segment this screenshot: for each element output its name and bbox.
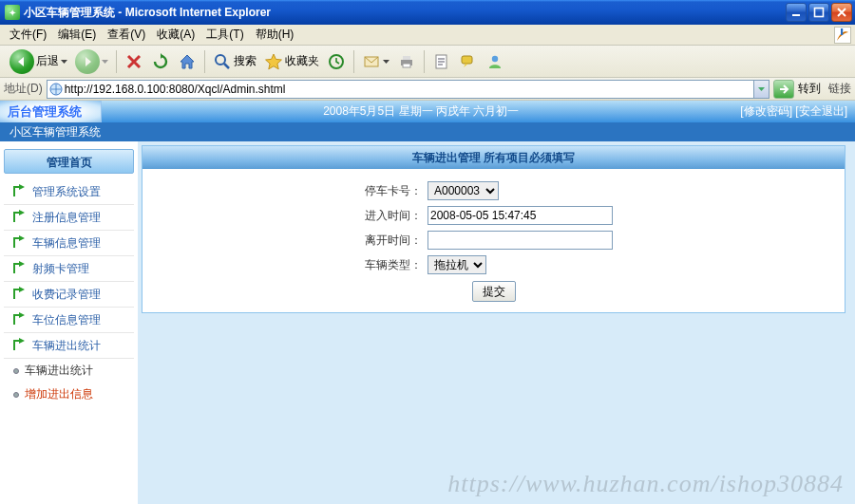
history-icon	[327, 52, 346, 71]
refresh-icon	[151, 52, 170, 71]
sidebar-item-label: 收费记录管理	[32, 287, 101, 303]
search-button[interactable]: 搜索	[209, 48, 260, 75]
sidebar-item[interactable]: 车辆信息管理	[4, 231, 134, 256]
sidebar-sublist: 车辆进出统计增加进出信息	[4, 359, 134, 406]
arrow-icon	[11, 210, 27, 225]
sidebar-subitem-label: 车辆进出统计	[25, 363, 93, 379]
arrow-icon	[11, 338, 27, 353]
card-select[interactable]: A000003	[428, 181, 499, 200]
close-button[interactable]	[831, 3, 852, 22]
edit-button[interactable]	[428, 48, 455, 75]
address-combo[interactable]	[47, 80, 770, 99]
leave-time-label: 离开时间：	[142, 233, 428, 249]
arrow-icon	[11, 235, 27, 251]
sidebar: 管理首页 管理系统设置注册信息管理车辆信息管理射频卡管理收费记录管理车位信息管理…	[0, 141, 138, 504]
leave-time-input[interactable]	[428, 231, 613, 250]
enter-time-input[interactable]	[428, 206, 613, 225]
vehicle-type-select[interactable]: 拖拉机	[428, 255, 486, 274]
mail-icon	[362, 52, 381, 71]
print-button[interactable]	[393, 48, 420, 75]
favorites-label: 收藏夹	[285, 53, 319, 69]
back-button[interactable]: 后退	[6, 48, 71, 75]
address-dropdown-icon[interactable]	[753, 81, 769, 98]
sidebar-item-label: 注册信息管理	[32, 210, 101, 226]
forward-button[interactable]	[71, 48, 112, 75]
back-label: 后退	[36, 53, 59, 69]
edit-icon	[432, 52, 451, 71]
sidebar-item[interactable]: 管理系统设置	[4, 179, 134, 205]
svg-rect-10	[462, 56, 472, 64]
arrow-icon	[11, 312, 27, 327]
safe-logout-link[interactable]: [安全退出]	[795, 104, 847, 118]
enter-time-label: 进入时间：	[142, 208, 428, 224]
sidebar-item[interactable]: 车辆进出统计	[4, 333, 134, 359]
history-button[interactable]	[323, 48, 350, 75]
home-icon	[178, 52, 197, 71]
discuss-button[interactable]	[455, 48, 482, 75]
address-input[interactable]	[65, 83, 753, 96]
address-bar: 地址(D) 转到 链接	[0, 78, 855, 101]
arrow-icon	[11, 287, 27, 302]
app-header-links: [修改密码] [安全退出]	[740, 103, 855, 120]
sidebar-item-label: 车辆进出统计	[32, 338, 101, 354]
menu-help[interactable]: 帮助(H)	[250, 25, 300, 45]
search-icon	[213, 52, 232, 71]
chevron-down-icon	[102, 60, 108, 64]
menu-tools[interactable]: 工具(T)	[200, 25, 249, 45]
maximize-button[interactable]	[808, 3, 829, 22]
toolbar: 后退 搜索 收藏夹	[0, 46, 855, 78]
sidebar-item-label: 射频卡管理	[32, 261, 89, 277]
arrow-icon	[11, 184, 27, 199]
svg-rect-8	[403, 64, 410, 67]
app-header: 后台管理系统 2008年5月5日 星期一 丙戌年 六月初一 [修改密码] [安全…	[0, 101, 855, 122]
chevron-down-icon	[383, 60, 390, 64]
forward-icon	[75, 49, 100, 74]
app-subtitle: 小区车辆管理系统	[0, 122, 855, 141]
address-label: 地址(D)	[4, 81, 43, 97]
sidebar-item[interactable]: 车位信息管理	[4, 308, 134, 333]
sidebar-item[interactable]: 收费记录管理	[4, 282, 134, 308]
main-area: 车辆进出管理 所有项目必须填写 停车卡号： A000003 进入时间： 离开时间…	[138, 141, 855, 504]
sidebar-item[interactable]: 注册信息管理	[4, 205, 134, 231]
refresh-button[interactable]	[147, 48, 174, 75]
minimize-button[interactable]	[786, 3, 807, 22]
sidebar-subitem[interactable]: 车辆进出统计	[4, 359, 134, 383]
links-label[interactable]: 链接	[828, 81, 851, 97]
go-label: 转到	[798, 81, 821, 97]
svg-rect-1	[815, 9, 824, 17]
discuss-icon	[459, 52, 478, 71]
form-panel: 车辆进出管理 所有项目必须填写 停车卡号： A000003 进入时间： 离开时间…	[142, 145, 846, 313]
svg-rect-7	[403, 56, 410, 60]
submit-button[interactable]: 提交	[472, 281, 516, 302]
window-title: 小区车辆管理系统 - Microsoft Internet Explorer	[24, 5, 786, 21]
menu-view[interactable]: 查看(V)	[102, 25, 151, 45]
svg-point-3	[216, 55, 225, 65]
bullet-icon	[13, 368, 19, 374]
sidebar-item[interactable]: 射频卡管理	[4, 256, 134, 282]
go-button[interactable]	[773, 80, 794, 99]
svg-rect-0	[792, 14, 800, 16]
panel-title: 车辆进出管理 所有项目必须填写	[142, 146, 845, 169]
stop-button[interactable]	[121, 48, 147, 75]
bullet-icon	[13, 392, 19, 398]
card-label: 停车卡号：	[142, 183, 428, 199]
back-icon	[10, 49, 34, 74]
sidebar-item-label: 管理系统设置	[32, 184, 101, 200]
home-button[interactable]	[174, 48, 200, 75]
star-icon	[264, 52, 283, 71]
vehicle-type-label: 车辆类型：	[142, 257, 428, 273]
sidebar-item-label: 车辆信息管理	[32, 235, 101, 252]
sidebar-home[interactable]: 管理首页	[4, 149, 134, 174]
menu-edit[interactable]: 编辑(E)	[52, 25, 102, 45]
change-password-link[interactable]: [修改密码]	[740, 104, 792, 118]
ie-logo-icon	[834, 27, 851, 44]
sidebar-list: 管理系统设置注册信息管理车辆信息管理射频卡管理收费记录管理车位信息管理车辆进出统…	[4, 179, 134, 359]
mail-button[interactable]	[358, 48, 393, 75]
sidebar-subitem-label: 增加进出信息	[25, 386, 93, 402]
stop-icon	[124, 52, 143, 71]
sidebar-subitem[interactable]: 增加进出信息	[4, 383, 134, 406]
menu-file[interactable]: 文件(F)	[4, 25, 52, 45]
favorites-button[interactable]: 收藏夹	[260, 48, 323, 75]
menu-favorites[interactable]: 收藏(A)	[151, 25, 200, 45]
messenger-button[interactable]	[482, 48, 508, 75]
